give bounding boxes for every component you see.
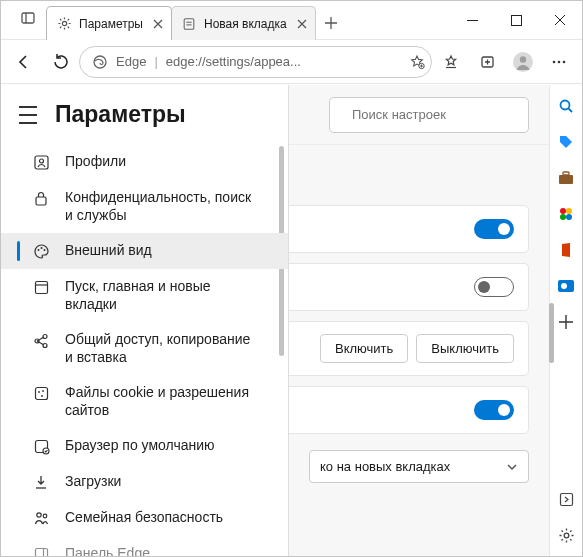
nav-item-family[interactable]: Семейная безопасность	[1, 500, 288, 536]
edge-bar-icon	[33, 546, 51, 557]
svg-point-14	[553, 60, 556, 63]
svg-point-32	[40, 159, 44, 163]
nav-label: Загрузки	[65, 473, 121, 491]
tab-close-button[interactable]	[293, 15, 311, 33]
svg-point-41	[43, 344, 47, 348]
svg-point-24	[566, 214, 572, 220]
svg-rect-20	[563, 172, 569, 175]
svg-point-36	[44, 249, 46, 251]
more-icon	[551, 54, 567, 70]
svg-rect-42	[36, 388, 48, 400]
svg-point-26	[561, 283, 567, 289]
sidebar-tools-button[interactable]	[557, 169, 575, 187]
new-tab-button[interactable]	[315, 6, 347, 39]
tag-icon	[558, 134, 574, 150]
tab-actions-button[interactable]	[10, 1, 46, 35]
nav-item-appearance[interactable]: Внешний вид	[1, 233, 288, 269]
toggle-1[interactable]	[474, 219, 514, 239]
tab-close-button[interactable]	[149, 15, 167, 33]
address-separator: |	[154, 54, 157, 69]
default-browser-icon	[33, 438, 51, 455]
family-icon	[33, 510, 51, 526]
settings-search[interactable]	[329, 97, 529, 133]
share-icon	[33, 332, 51, 349]
nav-label: Пуск, главная и новые вкладки	[65, 278, 260, 313]
start-icon	[33, 279, 51, 296]
enable-button[interactable]: Включить	[320, 334, 408, 363]
nav-item-profiles[interactable]: Профили	[1, 144, 288, 180]
add-favorite-button[interactable]	[409, 54, 425, 70]
svg-rect-3	[184, 18, 194, 29]
gear-icon	[57, 16, 73, 31]
reload-button[interactable]	[43, 45, 77, 79]
svg-point-50	[43, 514, 47, 518]
sidebar-games-button[interactable]	[557, 205, 575, 223]
sidebar-office-button[interactable]	[557, 241, 575, 259]
back-button[interactable]	[7, 45, 41, 79]
svg-point-28	[564, 533, 569, 538]
setting-dropdown[interactable]: ко на новых вкладках	[309, 450, 529, 483]
toggle-3[interactable]	[474, 400, 514, 420]
nav-item-downloads[interactable]: Загрузки	[1, 464, 288, 500]
nav-item-privacy[interactable]: Конфиденциальность, поиск и службы	[1, 180, 288, 233]
collections-icon	[479, 53, 496, 70]
download-icon	[33, 474, 51, 491]
sidebar-settings-button[interactable]	[557, 526, 575, 544]
svg-point-16	[563, 60, 566, 63]
nav-item-edge-bar[interactable]: Панель Edge	[1, 536, 288, 557]
settings-nav-list: Профили Конфиденциальность, поиск и служ…	[1, 144, 288, 556]
toggle-2[interactable]	[474, 277, 514, 297]
close-window-button[interactable]	[538, 1, 582, 39]
favorites-button[interactable]	[434, 45, 468, 79]
settings-nav-panel: Параметры Профили Конфиденциальность, по…	[1, 85, 289, 556]
svg-rect-19	[559, 175, 573, 184]
nav-item-start[interactable]: Пуск, главная и новые вкладки	[1, 269, 288, 322]
nav-item-share[interactable]: Общий доступ, копирование и вставка	[1, 322, 288, 375]
svg-point-15	[558, 60, 561, 63]
minimize-icon	[467, 15, 478, 26]
tab-actions-icon	[20, 10, 36, 26]
sidebar-add-button[interactable]	[557, 313, 575, 331]
svg-rect-33	[36, 197, 46, 205]
svg-point-17	[561, 101, 570, 110]
app-menu-button[interactable]	[542, 45, 576, 79]
nav-item-default-browser[interactable]: Браузер по умолчанию	[1, 428, 288, 464]
nav-label: Конфиденциальность, поиск и службы	[65, 189, 260, 224]
outlook-icon	[558, 279, 574, 293]
svg-rect-0	[22, 13, 34, 23]
office-icon	[559, 242, 573, 258]
profile-button[interactable]	[506, 45, 540, 79]
settings-search-input[interactable]	[350, 106, 522, 123]
minimize-button[interactable]	[450, 1, 494, 39]
nav-label: Панель Edge	[65, 545, 150, 557]
svg-point-23	[560, 214, 566, 220]
maximize-button[interactable]	[494, 1, 538, 39]
reload-icon	[52, 53, 69, 70]
star-plus-icon	[409, 54, 425, 70]
edge-icon	[92, 54, 108, 70]
nav-item-cookies[interactable]: Файлы cookie и разрешения сайтов	[1, 375, 288, 428]
briefcase-icon	[558, 171, 574, 185]
disable-button[interactable]: Выключить	[416, 334, 514, 363]
close-icon	[153, 19, 163, 29]
address-bar[interactable]: Edge | edge://settings/appea...	[79, 46, 432, 78]
window-controls	[450, 1, 582, 39]
window-drag-region[interactable]	[1, 1, 10, 39]
tab-settings[interactable]: Параметры	[46, 6, 172, 40]
maximize-icon	[511, 15, 522, 26]
collapse-icon	[559, 492, 574, 507]
svg-point-21	[560, 208, 566, 214]
profile-icon	[33, 154, 51, 171]
nav-label: Внешний вид	[65, 242, 152, 260]
sidebar-outlook-button[interactable]	[557, 277, 575, 295]
chevron-down-icon	[506, 461, 518, 473]
tab-newtab[interactable]: Новая вкладка	[171, 6, 316, 40]
sidebar-collapse-button[interactable]	[557, 490, 575, 508]
settings-menu-button[interactable]	[19, 106, 41, 124]
sidebar-shopping-button[interactable]	[557, 133, 575, 151]
collections-button[interactable]	[470, 45, 504, 79]
svg-point-13	[520, 56, 526, 62]
page-scrollbar[interactable]	[549, 303, 554, 363]
sidebar-search-button[interactable]	[557, 97, 575, 115]
appearance-icon	[33, 243, 51, 260]
